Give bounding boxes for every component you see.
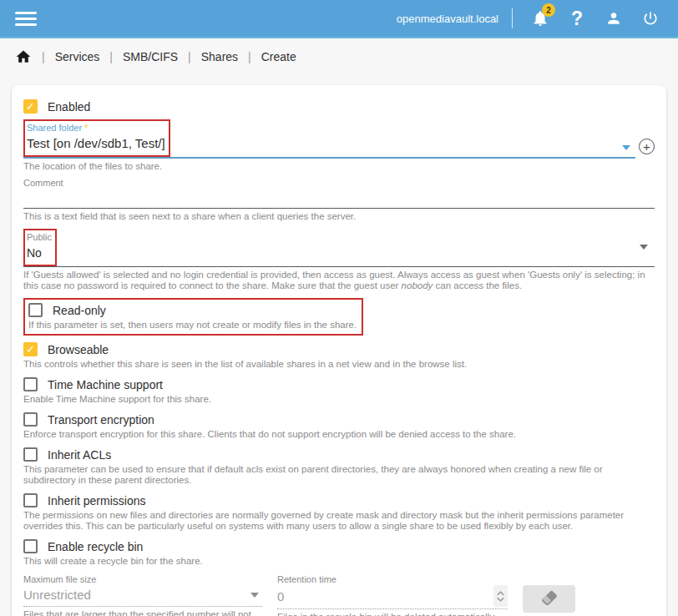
help-button[interactable]: ? (561, 3, 593, 34)
breadcrumb-separator: | (42, 50, 45, 63)
number-stepper[interactable] (493, 585, 508, 607)
breadcrumb-separator: | (109, 50, 113, 63)
breadcrumb-item-create[interactable]: Create (261, 50, 296, 63)
comment-hint: This is a text field that is seen next t… (23, 211, 655, 222)
browseable-hint: This controls whether this share is seen… (23, 359, 655, 370)
annotation-box-shared-folder: Shared folder * Test [on /dev/sdb1, Test… (23, 119, 170, 157)
chevron-down-icon[interactable] (622, 145, 630, 150)
transport-encryption-checkbox[interactable] (23, 412, 38, 427)
required-marker: * (84, 123, 88, 133)
transport-encryption-hint: Enforce transport encryption for this sh… (23, 429, 655, 440)
time-machine-hint: Enable Time Machine support for this sha… (23, 394, 655, 405)
plus-icon: + (643, 140, 650, 153)
enable-recycle-bin-hint: This will create a recycle bin for the s… (23, 556, 655, 567)
user-button[interactable] (598, 3, 630, 34)
power-button[interactable] (635, 3, 666, 34)
inherit-acls-hint: This parameter can be used to ensure tha… (23, 464, 655, 486)
time-machine-label: Time Machine support (48, 378, 163, 391)
eraser-icon (540, 588, 559, 609)
header-divider (512, 8, 513, 28)
check-icon: ✓ (26, 101, 35, 112)
read-only-label: Read-only (53, 304, 106, 317)
inherit-permissions-checkbox[interactable] (23, 493, 38, 507)
enable-recycle-bin-label: Enable recycle bin (48, 540, 143, 553)
clear-button[interactable] (523, 585, 575, 613)
public-label: Public (27, 232, 52, 243)
read-only-hint: If this parameter is set, then users may… (28, 320, 357, 331)
notification-badge: 2 (542, 3, 555, 17)
comment-input[interactable] (23, 189, 655, 209)
inherit-acls-label: Inherit ACLs (48, 448, 111, 462)
shared-folder-select[interactable]: Test [on /dev/sdb1, Test/] (27, 134, 165, 154)
browseable-label: Browseable (48, 343, 109, 356)
hostname-label: openmediavault.local (397, 13, 498, 25)
transport-encryption-label: Transport encryption (48, 413, 154, 427)
enabled-label: Enabled (48, 100, 90, 114)
person-icon (605, 10, 622, 27)
menu-icon[interactable] (15, 12, 37, 26)
annotation-box-read-only: Read-only If this parameter is set, then… (23, 298, 363, 336)
inherit-permissions-hint: The permissions on new files and directo… (23, 510, 655, 532)
public-select[interactable]: No (27, 243, 52, 264)
browseable-checkbox[interactable]: ✓ (23, 342, 38, 356)
max-file-size-label: Maximum file size (23, 574, 262, 585)
enable-recycle-bin-checkbox[interactable] (23, 539, 38, 553)
breadcrumb-item-services[interactable]: Services (55, 50, 100, 63)
add-shared-folder-button[interactable]: + (639, 139, 655, 154)
max-file-size-hint: Files that are larger than the specified… (23, 609, 262, 616)
retention-time-hint: Files in the recycle bin will be deleted… (277, 612, 508, 616)
inherit-acls-checkbox[interactable] (23, 447, 38, 462)
retention-time-input[interactable]: 0 (277, 587, 493, 608)
enabled-checkbox[interactable]: ✓ (23, 99, 38, 114)
chevron-down-icon[interactable] (250, 593, 259, 598)
read-only-checkbox[interactable] (28, 303, 43, 317)
shared-folder-hint: The location of the files to share. (23, 161, 655, 172)
question-icon: ? (571, 9, 583, 28)
max-file-size-field: Maximum file size Unrestricted Files tha… (23, 574, 262, 616)
chevron-down-icon[interactable] (640, 245, 648, 250)
breadcrumb-item-shares[interactable]: Shares (201, 50, 238, 63)
time-machine-checkbox[interactable] (23, 377, 38, 391)
home-icon[interactable] (15, 48, 32, 65)
inherit-permissions-label: Inherit permissions (48, 494, 146, 507)
retention-time-label: Retention time (277, 574, 508, 585)
chevron-up-icon (496, 590, 505, 596)
public-hint: If 'Guests allowed' is selected and no l… (23, 270, 655, 291)
breadcrumb-separator: | (248, 50, 251, 63)
chevron-down-icon (496, 597, 505, 603)
check-icon: ✓ (26, 344, 35, 355)
max-file-size-select[interactable]: Unrestricted (23, 585, 250, 606)
breadcrumb-item-smbcifs[interactable]: SMB/CIFS (123, 50, 178, 63)
comment-label: Comment (23, 178, 655, 189)
power-icon (642, 10, 659, 27)
retention-time-field: Retention time 0 Files in the recycle bi… (277, 574, 508, 616)
shared-folder-label: Shared folder * (27, 123, 165, 134)
create-share-form: ✓ Enabled Shared folder * Test [on /dev/… (12, 85, 666, 616)
breadcrumb: | Services | SMB/CIFS | Shares | Create (0, 38, 678, 75)
annotation-box-public: Public No (23, 229, 57, 266)
breadcrumb-separator: | (188, 50, 191, 63)
top-bar: openmediavault.local 2 ? (0, 0, 678, 38)
notifications-button[interactable]: 2 (524, 3, 556, 34)
